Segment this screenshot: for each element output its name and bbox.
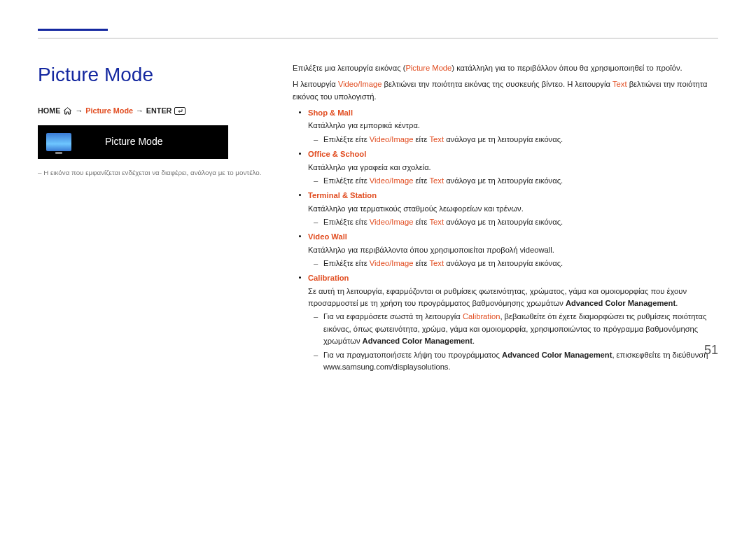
mode-sublist: Επιλέξτε είτε Video/Image είτε Text ανάλ… xyxy=(308,134,718,146)
preview-panel: Picture Mode xyxy=(38,125,228,159)
mode-terminal: Terminal & Station Κατάλληλο για τερματι… xyxy=(293,190,718,228)
preview-label: Picture Mode xyxy=(105,134,162,150)
disclaimer-note: – Η εικόνα που εμφανίζεται ενδέχεται να … xyxy=(38,167,269,178)
mode-name: Terminal & Station xyxy=(308,191,377,199)
left-column: Picture Mode HOME → Picture Mode → ENTER… xyxy=(38,62,269,376)
mode-sublist: Επιλέξτε είτε Video/Image είτε Text ανάλ… xyxy=(308,258,718,269)
mode-subitem: Επιλέξτε είτε Video/Image είτε Text ανάλ… xyxy=(308,258,718,269)
svg-rect-0 xyxy=(175,108,186,115)
mode-desc: Σε αυτή τη λειτουργία, εφαρμόζονται οι ρ… xyxy=(308,286,718,310)
mode-name: Office & School xyxy=(308,150,366,158)
breadcrumb: HOME → Picture Mode → ENTER xyxy=(38,105,269,117)
arrow-icon: → xyxy=(75,105,83,117)
arrow-icon: → xyxy=(136,105,144,117)
mode-desc: Κατάλληλο για εμπορικά κέντρα. xyxy=(308,120,718,132)
mode-office: Office & School Κατάλληλο για γραφεία κα… xyxy=(293,148,718,187)
page-number: 51 xyxy=(704,341,718,360)
mode-name: Shop & Mall xyxy=(308,108,353,117)
mode-subitem: Επιλέξτε είτε Video/Image είτε Text ανάλ… xyxy=(308,134,718,146)
modes-list: Shop & Mall Κατάλληλο για εμπορικά κέντρ… xyxy=(293,107,718,373)
mode-name: Calibration xyxy=(308,274,349,282)
enter-icon xyxy=(174,107,186,115)
right-column: Επιλέξτε μια λειτουργία εικόνας (Picture… xyxy=(293,62,718,376)
mode-desc: Κατάλληλο για τερματικούς σταθμούς λεωφο… xyxy=(308,203,718,215)
mode-shop: Shop & Mall Κατάλληλο για εμπορικά κέντρ… xyxy=(293,107,718,146)
mode-subitem: Για να εφαρμόσετε σωστά τη λειτουργία Ca… xyxy=(308,311,718,347)
mode-sublist: Για να εφαρμόσετε σωστά τη λειτουργία Ca… xyxy=(308,311,718,373)
mode-sublist: Επιλέξτε είτε Video/Image είτε Text ανάλ… xyxy=(308,216,718,228)
mode-videowall: Video Wall Κατάλληλο για περιβάλλοντα όπ… xyxy=(293,231,718,269)
page-title: Picture Mode xyxy=(38,59,269,90)
mode-calibration: Calibration Σε αυτή τη λειτουργία, εφαρμ… xyxy=(293,272,718,373)
intro-paragraph-2: Η λειτουργία Video/Image βελτιώνει την π… xyxy=(293,78,718,103)
monitor-icon xyxy=(46,133,71,151)
mode-subitem: Επιλέξτε είτε Video/Image είτε Text ανάλ… xyxy=(308,175,718,187)
top-rule xyxy=(38,38,718,38)
crumb-enter: ENTER xyxy=(146,105,172,117)
crumb-picture-mode: Picture Mode xyxy=(85,105,133,117)
columns: Picture Mode HOME → Picture Mode → ENTER… xyxy=(38,62,718,376)
crumb-home: HOME xyxy=(38,105,60,117)
mode-desc: Κατάλληλο για γραφεία και σχολεία. xyxy=(308,162,718,174)
mode-sublist: Επιλέξτε είτε Video/Image είτε Text ανάλ… xyxy=(308,175,718,187)
mode-desc: Κατάλληλο για περιβάλλοντα όπου χρησιμοπ… xyxy=(308,244,718,256)
intro-paragraph-1: Επιλέξτε μια λειτουργία εικόνας (Picture… xyxy=(293,62,718,74)
mode-subitem: Επιλέξτε είτε Video/Image είτε Text ανάλ… xyxy=(308,216,718,228)
home-icon xyxy=(63,107,72,115)
page: Picture Mode HOME → Picture Mode → ENTER… xyxy=(0,0,756,376)
mode-name: Video Wall xyxy=(308,232,347,241)
mode-subitem: Για να πραγματοποιήσετε λήψη του προγράμ… xyxy=(308,349,718,374)
